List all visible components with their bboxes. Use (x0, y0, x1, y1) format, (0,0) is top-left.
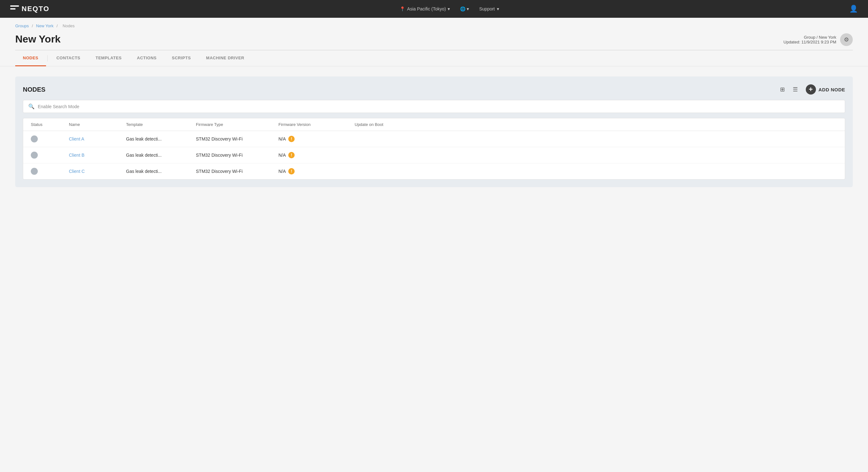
node-name-client-b[interactable]: Client B (69, 153, 126, 158)
tabs-nav: NODES CONTACTS TEMPLATES ACTIONS SCRIPTS… (0, 50, 868, 66)
plus-symbol: + (809, 85, 813, 94)
breadcrumb-groups-link[interactable]: Groups (15, 24, 29, 28)
list-view-button[interactable]: ☰ (790, 84, 801, 95)
tab-scripts[interactable]: SCRIPTS (164, 50, 198, 66)
page-title-area: New York Group / New York Updated: 11/9/… (0, 31, 868, 46)
app-header: NEQTO 📍 Asia Pacific (Tokyo) ▾ 🌐 ▾ Suppo… (0, 0, 868, 18)
search-placeholder: Enable Search Mode (38, 104, 80, 109)
breadcrumb-current: Nodes (63, 24, 74, 28)
warning-icon-b: ! (288, 152, 294, 158)
warning-icon-c: ! (288, 168, 294, 174)
region-selector[interactable]: 📍 Asia Pacific (Tokyo) ▾ (400, 6, 450, 11)
col-update-on-boot: Update on Boot (354, 122, 837, 127)
add-node-plus-icon: + (806, 85, 816, 95)
region-chevron-icon: ▾ (448, 6, 450, 11)
logo-icon (10, 5, 19, 12)
node-name-client-c[interactable]: Client C (69, 169, 126, 174)
status-dot (31, 168, 38, 175)
header-right: 👤 (849, 5, 858, 13)
header-center: 📍 Asia Pacific (Tokyo) ▾ 🌐 ▾ Support ▾ (400, 6, 499, 11)
add-node-button[interactable]: + ADD NODE (806, 85, 845, 95)
globe-icon: 🌐 (460, 6, 465, 11)
meta-group: Group / New York (783, 35, 836, 40)
region-label: Asia Pacific (Tokyo) (407, 6, 446, 11)
table-row: Client B Gas leak detecti... STM32 Disco… (23, 147, 845, 163)
warning-icon-a: ! (288, 136, 294, 142)
table-header: Status Name Template Firmware Type Firmw… (23, 118, 845, 131)
logo-text: NEQTO (22, 5, 50, 13)
meta-text: Group / New York Updated: 11/9/2021 9:23… (783, 35, 836, 44)
tab-machine-driver[interactable]: MACHINE DRIVER (198, 50, 252, 66)
nodes-panel-title: NODES (23, 86, 45, 93)
col-firmware-version: Firmware Version (278, 122, 354, 127)
node-name-client-a[interactable]: Client A (69, 136, 126, 141)
list-icon: ☰ (793, 86, 798, 93)
status-cell (31, 135, 69, 142)
tab-contacts[interactable]: CONTACTS (49, 50, 88, 66)
support-chevron-icon: ▾ (497, 6, 499, 11)
page-title: New York (15, 33, 61, 45)
template-cell-c: Gas leak detecti... (126, 169, 196, 174)
status-cell (31, 151, 69, 159)
logo[interactable]: NEQTO (10, 5, 50, 13)
support-label: Support (479, 6, 495, 11)
breadcrumb-sep1: / (32, 24, 33, 28)
nodes-table: Status Name Template Firmware Type Firmw… (23, 118, 845, 179)
status-dot (31, 151, 38, 159)
main-content: NODES ⊞ ☰ + ADD NODE (0, 66, 868, 197)
firmware-type-cell-c: STM32 Discovery Wi-Fi (196, 169, 278, 174)
nodes-panel-header: NODES ⊞ ☰ + ADD NODE (23, 84, 845, 95)
col-name: Name (69, 122, 126, 127)
template-cell-b: Gas leak detecti... (126, 153, 196, 158)
firmware-version-cell-a: N/A ! (278, 136, 354, 142)
nodes-panel: NODES ⊞ ☰ + ADD NODE (15, 76, 853, 187)
globe-chevron-icon: ▾ (467, 6, 469, 11)
breadcrumb-sep2: / (57, 24, 58, 28)
breadcrumb-group-link[interactable]: New York (36, 24, 54, 28)
firmware-type-cell-b: STM32 Discovery Wi-Fi (196, 153, 278, 158)
col-template: Template (126, 122, 196, 127)
grid-view-button[interactable]: ⊞ (777, 84, 788, 95)
firmware-type-cell-a: STM32 Discovery Wi-Fi (196, 136, 278, 141)
col-status: Status (31, 122, 69, 127)
settings-button[interactable]: ⚙ (840, 33, 853, 46)
settings-icon: ⚙ (844, 36, 849, 43)
grid-icon: ⊞ (780, 86, 785, 93)
user-menu[interactable]: 👤 (849, 5, 858, 13)
page-meta: Group / New York Updated: 11/9/2021 9:23… (783, 33, 853, 46)
col-firmware-type: Firmware Type (196, 122, 278, 127)
table-row: Client A Gas leak detecti... STM32 Disco… (23, 131, 845, 147)
user-icon: 👤 (849, 5, 858, 13)
firmware-version-cell-b: N/A ! (278, 152, 354, 158)
search-bar[interactable]: 🔍 Enable Search Mode (23, 100, 845, 113)
header-left: NEQTO (10, 5, 50, 13)
table-row: Client C Gas leak detecti... STM32 Disco… (23, 163, 845, 179)
globe-selector[interactable]: 🌐 ▾ (460, 6, 469, 11)
breadcrumb: Groups / New York / Nodes (0, 18, 868, 31)
tab-divider-1 (47, 55, 48, 62)
tab-actions[interactable]: ACTIONS (129, 50, 164, 66)
meta-updated: Updated: 11/9/2021 9:23 PM (783, 40, 836, 44)
nodes-actions: ⊞ ☰ + ADD NODE (777, 84, 845, 95)
view-toggle: ⊞ ☰ (777, 84, 801, 95)
search-icon: 🔍 (28, 103, 35, 109)
tab-templates[interactable]: TEMPLATES (88, 50, 129, 66)
firmware-version-cell-c: N/A ! (278, 168, 354, 174)
template-cell-a: Gas leak detecti... (126, 136, 196, 141)
status-dot (31, 135, 38, 142)
location-pin-icon: 📍 (400, 6, 405, 11)
tab-nodes[interactable]: NODES (15, 50, 46, 66)
add-node-label: ADD NODE (818, 87, 845, 92)
status-cell (31, 168, 69, 175)
support-menu[interactable]: Support ▾ (479, 6, 499, 11)
